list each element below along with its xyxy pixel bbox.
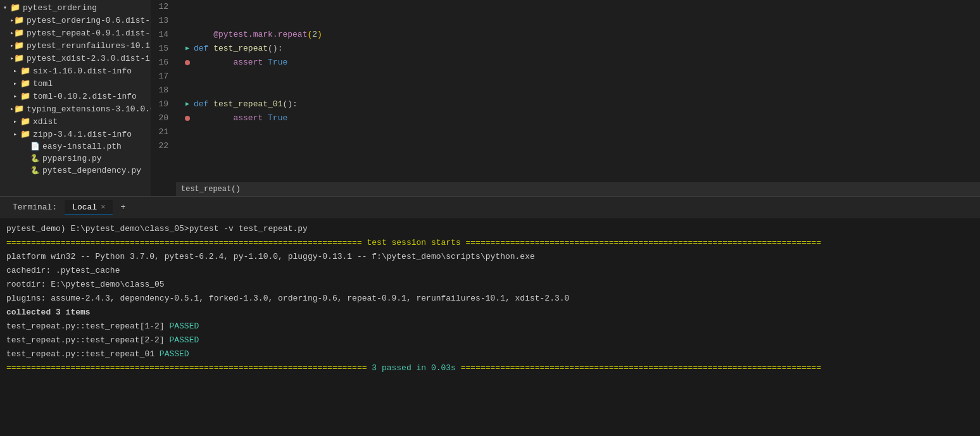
func-name: test_repeat_01 [213, 99, 282, 109]
breakpoint-dot [185, 60, 190, 65]
sidebar-item[interactable]: ▸📁toml [0, 77, 151, 90]
code-text: def test_repeat_01(): [194, 97, 298, 111]
sidebar: ▾📁pytest_ordering▸📁pytest_ordering-0.6.d… [0, 0, 151, 196]
test-name: test_repeat.py::test_repeat[2-2] [6, 335, 169, 345]
terminal-section: Terminal: Local × + pytest_demo) E:\pyte… [0, 196, 980, 436]
line-number: 17 [151, 70, 168, 84]
sidebar-item[interactable]: ▸📁pytest_xdist-2.3.0.dist-info [0, 52, 151, 65]
terminal-line: pytest_demo) E:\pytest_demo\class_05>pyt… [6, 222, 974, 236]
test-name: test_repeat.py::test_repeat_01 [6, 349, 160, 359]
sidebar-item-label: xdist [33, 117, 58, 127]
func-parens: (): [282, 99, 297, 109]
sidebar-item[interactable]: ▾📁pytest_ordering [0, 1, 151, 14]
terminal-line: cachedir: .pytest_cache [6, 264, 974, 278]
code-editor: 1213141516171819202122 @pytest.mark.repe… [151, 0, 980, 196]
paren-close: ) [317, 30, 322, 39]
code-text: assert True [194, 56, 287, 70]
folder-icon: 📁 [14, 104, 24, 114]
sidebar-item-label: zipp-3.4.1.dist-info [33, 130, 132, 139]
line-numbers: 1213141516171819202122 [151, 0, 176, 196]
tab-local-label: Local [72, 202, 97, 212]
sidebar-item[interactable]: ▸📁toml-0.10.2.dist-info [0, 90, 151, 103]
terminal-line: test_repeat.py::test_repeat[2-2] PASSED [6, 333, 974, 347]
line-number: 16 [151, 56, 168, 70]
tab-terminal[interactable]: Terminal: [5, 200, 65, 215]
sidebar-item[interactable]: 📄easy-install.pth [0, 140, 151, 153]
tab-add-icon: + [120, 202, 125, 212]
folder-icon: 📁 [20, 129, 30, 139]
terminal-line: rootdir: E:\pytest_demo\class_05 [6, 278, 974, 292]
sidebar-item-label: typing_extensions-3.10.0.0 [27, 104, 151, 114]
decorator-at: @pytest.mark.repeat [213, 30, 307, 39]
sidebar-item[interactable]: 🐍pytest_dependency.py [0, 165, 151, 177]
file-icon: 🐍 [30, 154, 40, 163]
sidebar-item-label: toml [33, 79, 53, 89]
passed-label: PASSED [160, 349, 189, 359]
sidebar-item-label: easy-install.pth [42, 142, 122, 151]
code-line: ▶def test_repeat_01(): [181, 97, 980, 111]
code-line: assert True [181, 56, 980, 70]
sidebar-item-label: pytest_ordering-0.6.dist-inf [27, 16, 151, 25]
sidebar-item[interactable]: 🐍pyparsing.py [0, 153, 151, 165]
sidebar-item[interactable]: ▸📁xdist [0, 115, 151, 128]
breakpoint-area: ▶ [181, 97, 194, 111]
summary-passed: 3 passed in 0.03s [372, 363, 456, 373]
sidebar-item[interactable]: ▸📁pytest_rerunfailures-10.1.d [0, 39, 151, 52]
folder-arrow-icon: ▸ [10, 118, 20, 125]
folder-arrow-icon: ▸ [10, 80, 20, 87]
passed-label: PASSED [169, 335, 199, 345]
sidebar-item[interactable]: ▸📁zipp-3.4.1.dist-info [0, 128, 151, 140]
sidebar-item[interactable]: ▸📁typing_extensions-3.10.0.0 [0, 103, 151, 115]
code-line [181, 125, 980, 139]
code-line [181, 139, 980, 153]
line-number: 22 [151, 139, 168, 153]
terminal-line: plugins: assume-2.4.3, dependency-0.5.1,… [6, 292, 974, 306]
line-number: 12 [151, 0, 168, 14]
code-text: assert True [194, 111, 287, 125]
breakpoint-area: ▶ [181, 42, 194, 56]
terminal-tabs: Terminal: Local × + [0, 196, 980, 218]
sidebar-item-label: toml-0.10.2.dist-info [33, 92, 137, 101]
assert-kw: assert [233, 58, 268, 67]
code-text: def test_repeat(): [194, 42, 282, 56]
code-line: ▶def test_repeat(): [181, 42, 980, 56]
line-number: 19 [151, 97, 168, 111]
folder-icon: 📁 [14, 53, 24, 63]
tab-add[interactable]: + [113, 200, 133, 215]
line-number: 20 [151, 111, 168, 125]
tab-local[interactable]: Local × [65, 200, 113, 215]
code-line [181, 70, 980, 84]
sidebar-item[interactable]: ▸📁pytest_ordering-0.6.dist-inf [0, 14, 151, 27]
tab-terminal-label: Terminal: [13, 202, 57, 212]
folder-icon: 📁 [20, 116, 30, 127]
folder-arrow-icon: ▸ [10, 92, 20, 100]
folder-icon: 📁 [14, 28, 24, 38]
code-line [181, 84, 980, 97]
code-line: assert True [181, 111, 980, 125]
run-icon[interactable]: ▶ [185, 42, 189, 56]
tab-local-close[interactable]: × [101, 203, 105, 212]
folder-icon: 📁 [14, 40, 24, 51]
terminal-line: ========================================… [6, 236, 974, 250]
folder-icon: 📁 [14, 15, 24, 25]
breadcrumb-text: test_repeat() [181, 185, 241, 194]
top-section: ▾📁pytest_ordering▸📁pytest_ordering-0.6.d… [0, 0, 980, 196]
run-icon[interactable]: ▶ [185, 97, 189, 111]
def-kw: def [194, 99, 213, 109]
sidebar-item-label: pytest_xdist-2.3.0.dist-info [27, 54, 151, 63]
terminal-line: platform win32 -- Python 3.7.0, pytest-6… [6, 250, 974, 264]
sidebar-item[interactable]: ▸📁pytest_repeat-0.9.1.dist-inf [0, 27, 151, 39]
breadcrumb: test_repeat() [176, 182, 980, 196]
code-line: @pytest.mark.repeat(2) [181, 28, 980, 42]
folder-arrow-icon: ▸ [10, 67, 20, 75]
folder-icon: 📁 [20, 78, 30, 89]
line-number: 15 [151, 42, 168, 56]
def-kw: def [194, 44, 213, 53]
terminal-line: ========================================… [6, 361, 974, 375]
folder-arrow-icon: ▾ [0, 4, 10, 11]
code-lines: @pytest.mark.repeat(2)▶def test_repeat()… [176, 0, 980, 196]
true-val: True [268, 58, 287, 67]
breakpoint-area [181, 116, 194, 121]
sidebar-item-label: six-1.16.0.dist-info [33, 66, 132, 76]
sidebar-item[interactable]: ▸📁six-1.16.0.dist-info [0, 65, 151, 77]
